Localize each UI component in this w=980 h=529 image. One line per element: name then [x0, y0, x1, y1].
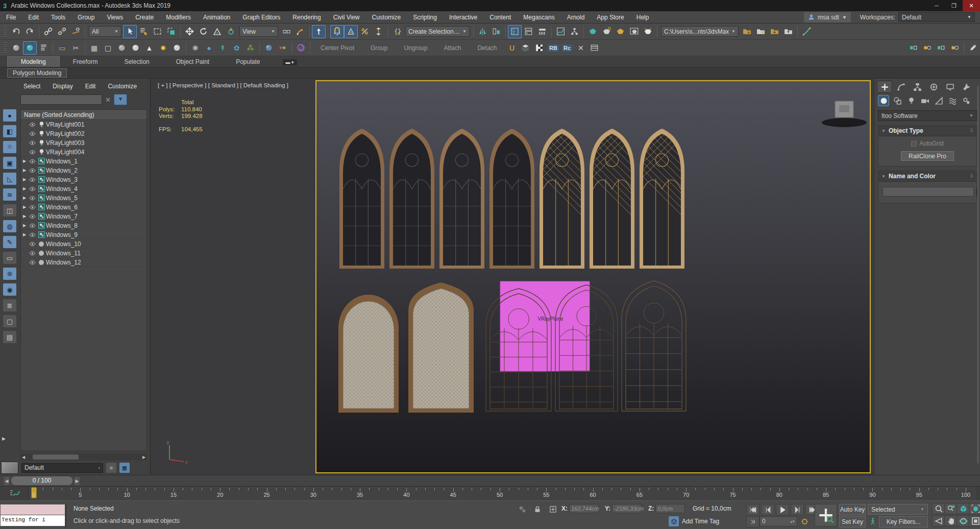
- menu-interactive[interactable]: Interactive: [443, 11, 483, 23]
- visibility-eye-icon[interactable]: [28, 186, 37, 191]
- growth-icon[interactable]: ↟: [216, 41, 230, 55]
- close-button[interactable]: ✕: [963, 0, 980, 11]
- maximize-button[interactable]: ❐: [945, 0, 963, 11]
- object-category-dropdown[interactable]: Itoo Software▼: [878, 110, 977, 121]
- sphere-icon[interactable]: [115, 41, 129, 55]
- time-configuration-icon[interactable]: [799, 516, 810, 526]
- camera-filter-icon[interactable]: ▣: [3, 157, 16, 169]
- expand-caret-icon[interactable]: ▶: [21, 214, 28, 219]
- water-drop-icon[interactable]: ●: [202, 41, 216, 55]
- hierarchy-tab-icon[interactable]: [910, 81, 925, 93]
- scissors-icon[interactable]: ✂: [69, 41, 83, 55]
- scroll-right-icon[interactable]: ▶: [141, 455, 147, 460]
- list-item[interactable]: ▶Windows_8: [21, 221, 146, 230]
- motion-tab-icon[interactable]: [926, 81, 941, 93]
- schematic-view-icon[interactable]: [568, 25, 581, 38]
- menu-animation[interactable]: Animation: [197, 11, 236, 23]
- select-and-rotate-icon[interactable]: [197, 25, 210, 38]
- explorer-menu-edit[interactable]: Edit: [80, 82, 101, 91]
- angle-snap-icon[interactable]: [344, 25, 358, 38]
- selection-set-dropdown[interactable]: Selected▼: [868, 504, 928, 515]
- list-item[interactable]: ▶Windows_7: [21, 212, 146, 221]
- list-item[interactable]: ▶Windows_2: [21, 166, 146, 175]
- list-item[interactable]: VRayLight002: [21, 129, 146, 138]
- orbit-icon[interactable]: [957, 515, 970, 526]
- menu-tools[interactable]: Tools: [45, 11, 71, 23]
- vray-list-icon[interactable]: [37, 41, 51, 55]
- zoom-extents-icon[interactable]: [957, 503, 970, 514]
- visibility-eye-icon[interactable]: [28, 159, 37, 164]
- visibility-eye-icon[interactable]: [28, 242, 37, 247]
- particles-icon[interactable]: [276, 41, 289, 55]
- selection-lock-icon[interactable]: [532, 504, 543, 514]
- visibility-eye-icon[interactable]: [28, 168, 37, 173]
- explorer-menu-display[interactable]: Display: [47, 82, 78, 91]
- sun-light-icon[interactable]: ✹: [156, 41, 170, 55]
- bind-to-spacewarp-icon[interactable]: [69, 25, 83, 38]
- panel-scrollbar[interactable]: [977, 86, 979, 464]
- select-and-link-icon[interactable]: [41, 25, 55, 38]
- select-and-scale-icon[interactable]: [210, 25, 224, 38]
- filter-icon[interactable]: [114, 94, 127, 105]
- expand-caret-icon[interactable]: ▶: [21, 159, 28, 163]
- expand-caret-icon[interactable]: ▶: [21, 205, 28, 209]
- scroll-left-icon[interactable]: ◀: [20, 455, 27, 460]
- x-coordinate-field[interactable]: 162,744cm: [569, 504, 599, 513]
- redo-icon[interactable]: [23, 25, 37, 38]
- percent-snap-icon[interactable]: [358, 25, 372, 38]
- visibility-eye-icon[interactable]: [28, 140, 37, 146]
- visibility-eye-icon[interactable]: [28, 150, 37, 155]
- spacewarp-filter-icon[interactable]: ≋: [3, 188, 16, 201]
- list-view-icon[interactable]: ≣: [3, 299, 16, 311]
- key-filters-button[interactable]: Key Filters...: [879, 516, 928, 527]
- material-name-field[interactable]: Default▪: [21, 463, 103, 473]
- explorer-menu-select[interactable]: Select: [18, 82, 45, 91]
- pyramid-icon[interactable]: ▲: [142, 41, 156, 55]
- create-tab-icon[interactable]: [877, 81, 892, 93]
- y-coordinate-field[interactable]: -2186,33cm: [612, 504, 642, 513]
- viewport-label[interactable]: [ + ] [ Perspective ] [ Standard ] [ Def…: [158, 82, 288, 88]
- snap-toggle-3d-icon[interactable]: 3: [330, 25, 344, 38]
- window-crossing-icon[interactable]: [164, 25, 178, 38]
- attach-button[interactable]: Attach: [435, 44, 469, 52]
- expand-caret-icon[interactable]: ▶: [21, 232, 28, 237]
- menu-app-store[interactable]: App Store: [591, 11, 630, 23]
- import-folder-icon[interactable]: [768, 25, 781, 38]
- listener-script-pane[interactable]: Testing for i: [0, 515, 65, 526]
- menu-content[interactable]: Content: [483, 11, 517, 23]
- object-type-rollout-header[interactable]: ▼ Object Type ⠿: [878, 126, 976, 136]
- select-and-move-icon[interactable]: [183, 25, 197, 38]
- geometry-category-icon[interactable]: [878, 95, 889, 106]
- set-keys-button[interactable]: [815, 504, 837, 526]
- utilities-tab-icon[interactable]: [959, 81, 974, 93]
- spacing-tool-icon[interactable]: [920, 41, 934, 55]
- keyboard-override-icon[interactable]: [312, 25, 326, 38]
- visibility-eye-icon[interactable]: [28, 196, 37, 201]
- spray-icon[interactable]: ❋: [188, 41, 202, 55]
- go-to-start-icon[interactable]: [746, 504, 760, 515]
- visibility-eye-icon[interactable]: [28, 205, 37, 210]
- light-filter-icon[interactable]: ⌾: [3, 141, 16, 153]
- tab-object-paint[interactable]: Object Paint: [163, 57, 223, 67]
- menu-help[interactable]: Help: [630, 11, 655, 23]
- render-setup-icon[interactable]: [614, 25, 627, 38]
- menu-modifiers[interactable]: Modifiers: [160, 11, 197, 23]
- note-icon[interactable]: ▤: [3, 331, 16, 343]
- egg-icon[interactable]: [170, 41, 184, 55]
- tab-freeform[interactable]: Freeform: [60, 57, 111, 67]
- geosphere-icon[interactable]: [129, 41, 142, 55]
- display-layers-icon[interactable]: ≡: [106, 463, 116, 473]
- menu-customize[interactable]: Customize: [366, 11, 407, 23]
- ungroup-button[interactable]: Ungroup: [396, 44, 435, 52]
- toolbar-drag-handle[interactable]: [4, 42, 7, 54]
- mini-curve-editor-icon[interactable]: [9, 489, 20, 499]
- menu-edit[interactable]: Edit: [22, 11, 45, 23]
- visibility-eye-icon[interactable]: [28, 251, 37, 256]
- play-icon[interactable]: [776, 504, 789, 515]
- detach-button[interactable]: Detach: [469, 44, 505, 52]
- visibility-eye-icon[interactable]: [28, 260, 37, 265]
- toggle-ribbon-icon[interactable]: [535, 25, 549, 38]
- geometry-filter-icon[interactable]: ◧: [3, 125, 16, 137]
- visibility-eye-icon[interactable]: [28, 214, 37, 219]
- selection-filter-dropdown[interactable]: All▼: [89, 26, 121, 37]
